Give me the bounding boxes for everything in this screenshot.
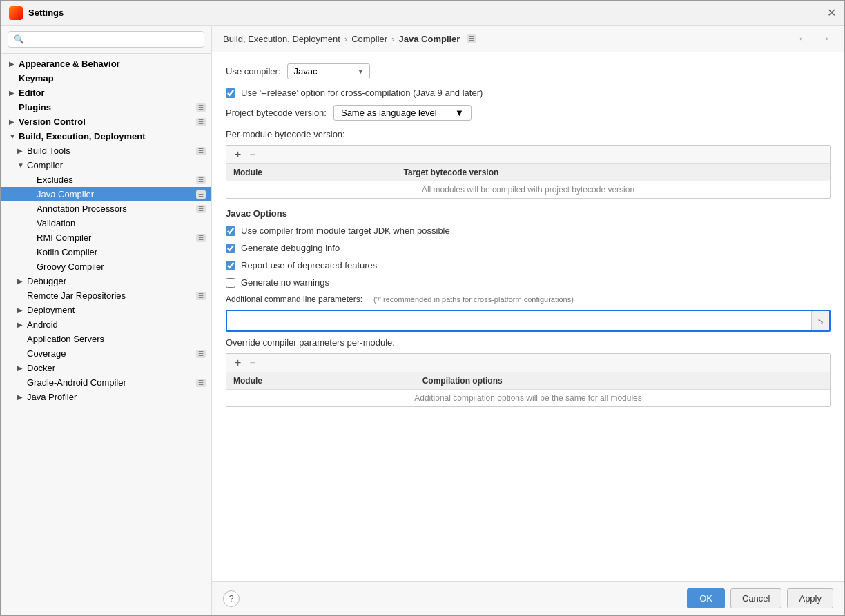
breadcrumb-actions: ← → (795, 31, 833, 46)
sidebar-item-rmi-compiler[interactable]: RMI Compiler☰ (1, 230, 211, 245)
tag-icon: ☰ (196, 292, 206, 300)
sidebar-item-label: Plugins (19, 102, 193, 112)
sidebar-item-build-tools[interactable]: ▶Build Tools☰ (1, 143, 211, 158)
chevron-down-icon: ▼ (358, 68, 365, 75)
sidebar-item-label: Groovy Compiler (37, 261, 206, 272)
sidebar-item-annotation-processors[interactable]: Annotation Processors☰ (1, 201, 211, 216)
tag-icon: ☰ (196, 147, 206, 155)
bytecode-version-row: Project bytecode version: Same as langua… (226, 105, 831, 121)
ok-button[interactable]: OK (687, 588, 725, 608)
compiler-value: Javac (293, 66, 317, 77)
deprecated-checkbox[interactable] (226, 261, 235, 270)
app-icon (9, 6, 23, 20)
target-version-col-header: Target bytecode version (396, 164, 830, 181)
sidebar-item-deployment[interactable]: ▶Deployment (1, 303, 211, 317)
tag-icon: ☰ (196, 118, 206, 126)
deprecated-row: Report use of deprecated features (226, 260, 831, 270)
sidebar-item-docker[interactable]: ▶Docker (1, 361, 211, 375)
release-option-checkbox[interactable] (226, 88, 235, 98)
override-module-col: Module (226, 372, 416, 390)
use-module-target-checkbox[interactable] (226, 226, 235, 236)
sidebar-item-kotlin-compiler[interactable]: Kotlin Compiler (1, 245, 211, 259)
sidebar-tree: ▶Appearance & BehaviorKeymap▶EditorPlugi… (1, 54, 211, 615)
sidebar-item-remote-jar-repos[interactable]: Remote Jar Repositories☰ (1, 288, 211, 303)
sidebar-item-label: Excludes (37, 175, 193, 185)
breadcrumb-bar: Build, Execution, Deployment › Compiler … (212, 26, 844, 52)
per-module-remove-btn[interactable]: − (246, 148, 258, 161)
sidebar-item-app-servers[interactable]: Application Servers (1, 332, 211, 346)
main-content: Use compiler: Javac ▼ Use '--release' op… (212, 52, 844, 581)
sidebar-item-compiler[interactable]: ▼Compiler (1, 158, 211, 172)
bytecode-version-label: Project bytecode version: (226, 108, 327, 118)
sidebar-item-java-profiler[interactable]: ▶Java Profiler (1, 390, 211, 404)
additional-params-input[interactable] (227, 311, 811, 330)
sidebar-item-validation[interactable]: Validation (1, 216, 211, 230)
breadcrumb-part-1: Build, Execution, Deployment (223, 34, 340, 44)
generate-debug-checkbox[interactable] (226, 244, 235, 253)
additional-params-hint: ('/' recommended in paths for cross-plat… (373, 295, 574, 304)
sidebar-item-label: Coverage (27, 348, 193, 359)
forward-button[interactable]: → (817, 31, 833, 46)
override-remove-btn[interactable]: − (246, 357, 258, 369)
sidebar-item-debugger[interactable]: ▶Debugger (1, 274, 211, 288)
sidebar-item-label: Version Control (19, 117, 193, 127)
release-option-row: Use '--release' option for cross-compila… (226, 88, 831, 98)
generate-debug-label: Generate debugging info (241, 243, 340, 253)
sidebar-item-label: Debugger (27, 276, 206, 286)
sidebar-item-label: Android (27, 319, 206, 330)
sidebar-item-editor[interactable]: ▶Editor (1, 86, 211, 100)
sidebar-item-java-compiler[interactable]: Java Compiler☰ (1, 187, 211, 201)
bytecode-version-value: Same as language level (341, 108, 437, 118)
per-module-label: Per-module bytecode version: (226, 129, 831, 139)
main-panel: Build, Execution, Deployment › Compiler … (212, 26, 844, 615)
arrow-icon: ▶ (17, 321, 27, 328)
breadcrumb-sep-2: › (391, 34, 394, 44)
tag-icon: ☰ (196, 350, 206, 358)
sidebar-item-coverage[interactable]: Coverage☰ (1, 346, 211, 361)
sidebar-item-label: Validation (37, 218, 206, 228)
no-warnings-checkbox[interactable] (226, 278, 235, 288)
per-module-empty-msg: All modules will be compiled with projec… (226, 181, 830, 199)
sidebar-item-excludes[interactable]: Excludes☰ (1, 172, 211, 187)
sidebar-item-label: Appearance & Behavior (19, 59, 206, 69)
sidebar-item-label: Editor (19, 88, 206, 98)
breadcrumb-tag-icon: ☰ (467, 34, 476, 43)
arrow-icon: ▶ (17, 147, 27, 155)
sidebar-item-version-control[interactable]: ▶Version Control☰ (1, 115, 211, 129)
arrow-icon: ▶ (9, 89, 19, 97)
override-toolbar: + − (226, 354, 830, 372)
sidebar-item-label: Compiler (27, 160, 206, 170)
override-empty-row: Additional compilation options will be t… (226, 390, 830, 407)
sidebar-item-gradle-android[interactable]: Gradle-Android Compiler☰ (1, 375, 211, 390)
apply-button[interactable]: Apply (787, 588, 833, 608)
arrow-icon: ▶ (17, 393, 27, 401)
per-module-add-btn[interactable]: + (232, 148, 244, 161)
per-module-toolbar: + − (226, 146, 830, 164)
tag-icon: ☰ (196, 205, 206, 213)
override-add-btn[interactable]: + (232, 357, 244, 369)
sidebar-item-groovy-compiler[interactable]: Groovy Compiler (1, 259, 211, 274)
cancel-button[interactable]: Cancel (730, 588, 781, 608)
arrow-icon: ▼ (17, 161, 27, 169)
tag-icon: ☰ (196, 234, 206, 242)
breadcrumb-part-2: Compiler (351, 34, 387, 44)
arrow-icon: ▶ (9, 60, 19, 68)
sidebar-item-label: Application Servers (27, 334, 206, 344)
arrow-icon: ▶ (17, 277, 27, 285)
chevron-down-icon-2: ▼ (455, 108, 464, 118)
sidebar-item-plugins[interactable]: Plugins☰ (1, 100, 211, 115)
sidebar-item-build-exec-deploy[interactable]: ▼Build, Execution, Deployment (1, 129, 211, 143)
bytecode-version-dropdown[interactable]: Same as language level ▼ (333, 105, 472, 121)
sidebar-item-label: Docker (27, 363, 206, 373)
back-button[interactable]: ← (795, 31, 811, 46)
breadcrumb-part-3: Java Compiler (399, 34, 460, 44)
per-module-table: Module Target bytecode version All modul… (226, 164, 830, 198)
help-button[interactable]: ? (223, 590, 240, 607)
sidebar-item-appearance[interactable]: ▶Appearance & Behavior (1, 57, 211, 71)
search-input[interactable] (8, 31, 204, 48)
sidebar-item-keymap[interactable]: Keymap (1, 71, 211, 86)
close-button[interactable]: ✕ (827, 6, 836, 19)
compiler-dropdown[interactable]: Javac ▼ (287, 63, 370, 79)
sidebar-item-android[interactable]: ▶Android (1, 317, 211, 332)
expand-icon[interactable]: ⤡ (811, 311, 829, 330)
